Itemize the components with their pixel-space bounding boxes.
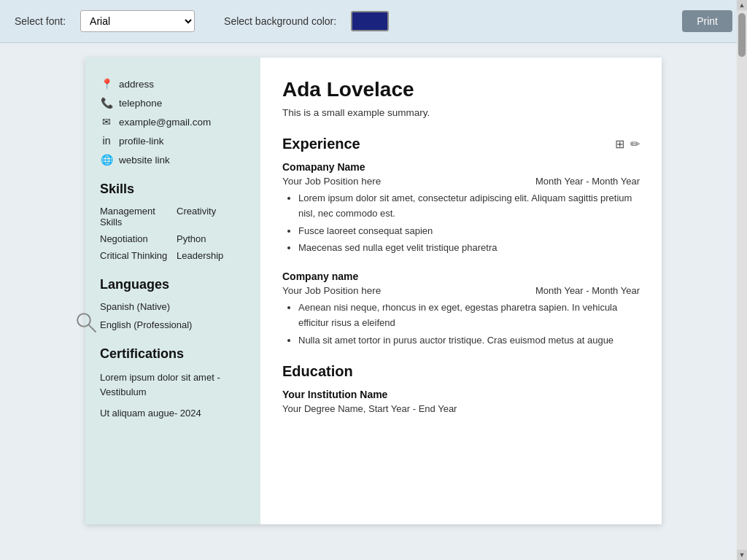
- bullet-item: Lorem ipsum dolor sit amet, consectetur …: [298, 191, 640, 222]
- phone-icon: 📞: [100, 97, 113, 109]
- sidebar: 📍 address 📞 telephone ✉ example@gmail.co…: [85, 58, 260, 524]
- experience-entry: Company name Your Job Position here Mont…: [282, 271, 640, 348]
- color-swatch[interactable]: [351, 11, 389, 31]
- skill-item: Leadership: [177, 250, 246, 261]
- job-title-row: Your Job Position here Month Year - Mont…: [282, 285, 640, 296]
- resume-name: Ada Lovelace: [282, 78, 640, 101]
- contact-email: ✉ example@gmail.com: [100, 116, 246, 128]
- skills-title: Skills: [100, 182, 246, 197]
- bullet-item: Maecenas sed nulla eget velit tristique …: [298, 241, 640, 256]
- job-bullets: Aenean nisi neque, rhoncus in ex eget, e…: [282, 300, 640, 348]
- language-item: English (Professional): [100, 319, 246, 330]
- institution-name: Your Institution Name: [282, 389, 640, 400]
- language-item: Spanish (Native): [100, 301, 246, 312]
- job-title: Your Job Position here: [282, 285, 381, 296]
- cert-item: Lorem ipsum dolor sit amet - Vestibulum: [100, 370, 246, 399]
- scroll-thumb[interactable]: [738, 13, 746, 57]
- experience-section-header: Experience ⊞ ✏: [282, 136, 640, 152]
- skill-item: Creativity: [177, 206, 246, 228]
- main-content: Ada Lovelace This is a small example sum…: [260, 58, 662, 524]
- education-entry: Your Institution Name Your Degree Name, …: [282, 389, 640, 414]
- scroll-down-arrow[interactable]: ▼: [737, 550, 747, 560]
- contact-telephone: 📞 telephone: [100, 97, 246, 109]
- contact-website: 🌐 website link: [100, 154, 246, 166]
- languages-title: Languages: [100, 277, 246, 292]
- skill-item: Python: [177, 233, 246, 244]
- email-icon: ✉: [100, 116, 113, 128]
- font-select[interactable]: Arial Times New Roman Georgia Verdana He…: [80, 10, 195, 32]
- degree-info: Your Degree Name, Start Year - End Year: [282, 403, 640, 414]
- experience-entry: Comapany Name Your Job Position here Mon…: [282, 161, 640, 256]
- font-label: Select font:: [15, 15, 66, 27]
- job-title: Your Job Position here: [282, 176, 381, 187]
- bullet-item: Aenean nisi neque, rhoncus in ex eget, e…: [298, 300, 640, 331]
- education-section-header: Education: [282, 363, 640, 380]
- skill-item: Critical Thinking: [100, 250, 169, 261]
- resume-card: 📍 address 📞 telephone ✉ example@gmail.co…: [85, 58, 662, 524]
- resume-summary: This is a small example summary.: [282, 107, 640, 118]
- skills-grid: Management Skills Creativity Negotiation…: [100, 206, 246, 261]
- bullet-item: Nulla sit amet tortor in purus auctor tr…: [298, 333, 640, 349]
- education-title: Education: [282, 363, 353, 380]
- page-area: 📍 address 📞 telephone ✉ example@gmail.co…: [0, 43, 747, 539]
- add-experience-icon[interactable]: ⊞: [615, 137, 624, 151]
- scrollbar[interactable]: ▲ ▼: [737, 0, 747, 560]
- company-name: Comapany Name: [282, 161, 640, 173]
- section-actions: ⊞ ✏: [615, 137, 640, 151]
- job-dates: Month Year - Month Year: [535, 285, 640, 296]
- location-icon: 📍: [100, 78, 113, 90]
- linkedin-icon: in: [100, 135, 113, 147]
- globe-icon: 🌐: [100, 154, 113, 166]
- job-bullets: Lorem ipsum dolor sit amet, consectetur …: [282, 191, 640, 256]
- print-button[interactable]: Print: [682, 10, 732, 32]
- job-title-row: Your Job Position here Month Year - Mont…: [282, 176, 640, 187]
- bg-color-label: Select background color:: [224, 15, 336, 27]
- contact-address: 📍 address: [100, 78, 246, 90]
- certifications-title: Certifications: [100, 346, 246, 362]
- skill-item: Management Skills: [100, 206, 169, 228]
- company-name: Company name: [282, 271, 640, 282]
- scroll-up-arrow[interactable]: ▲: [737, 0, 747, 10]
- contact-linkedin: in profile-link: [100, 135, 246, 147]
- toolbar: Select font: Arial Times New Roman Georg…: [0, 0, 747, 43]
- cert-item: Ut aliquam augue- 2024: [100, 406, 246, 421]
- experience-title: Experience: [282, 136, 360, 152]
- edit-experience-icon[interactable]: ✏: [630, 137, 640, 151]
- bullet-item: Fusce laoreet consequat sapien: [298, 224, 640, 239]
- job-dates: Month Year - Month Year: [535, 176, 640, 187]
- skill-item: Negotiation: [100, 233, 169, 244]
